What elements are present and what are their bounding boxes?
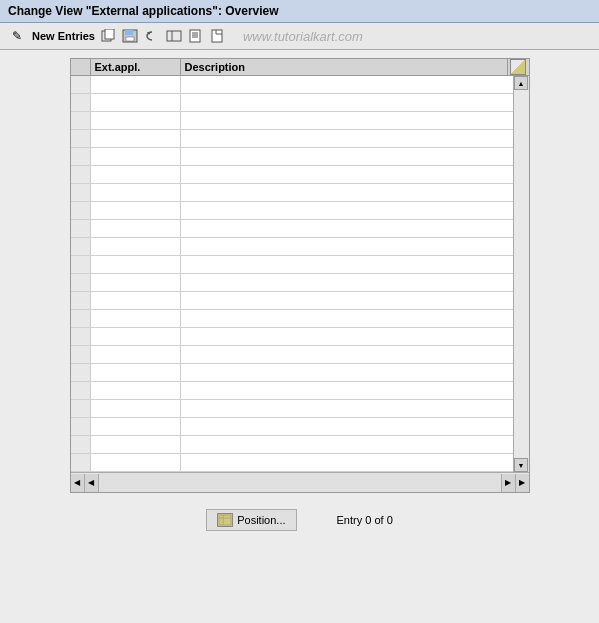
watermark-text: www.tutorialkart.com bbox=[243, 29, 363, 44]
table-row[interactable] bbox=[71, 292, 513, 310]
table-row[interactable] bbox=[71, 400, 513, 418]
table-row[interactable] bbox=[71, 130, 513, 148]
table-row[interactable] bbox=[71, 310, 513, 328]
scroll-up-button[interactable]: ▲ bbox=[514, 76, 528, 90]
doc1-icon[interactable] bbox=[187, 27, 205, 45]
position-icon bbox=[217, 513, 233, 527]
nav-icon[interactable] bbox=[165, 27, 183, 45]
table-row[interactable] bbox=[71, 202, 513, 220]
table-row[interactable] bbox=[71, 364, 513, 382]
table-row[interactable] bbox=[71, 328, 513, 346]
position-button-label: Position... bbox=[237, 514, 285, 526]
table-row[interactable] bbox=[71, 76, 513, 94]
table-row[interactable] bbox=[71, 454, 513, 472]
table-body bbox=[71, 76, 513, 472]
save-icon[interactable] bbox=[121, 27, 139, 45]
col-select-header bbox=[71, 59, 91, 75]
table-row[interactable] bbox=[71, 112, 513, 130]
scroll-down-button[interactable]: ▼ bbox=[514, 458, 528, 472]
scroll-right-end-button[interactable]: ▶ bbox=[515, 474, 529, 492]
svg-rect-8 bbox=[190, 30, 200, 42]
svg-rect-12 bbox=[212, 30, 222, 42]
footer-area: Position... Entry 0 of 0 bbox=[10, 493, 589, 531]
svg-rect-6 bbox=[167, 31, 181, 41]
edit-icon[interactable] bbox=[8, 27, 26, 45]
table-container: Ext.appl. Description bbox=[70, 58, 530, 493]
svg-rect-4 bbox=[126, 37, 134, 41]
position-button[interactable]: Position... bbox=[206, 509, 296, 531]
svg-rect-3 bbox=[125, 30, 133, 35]
table-row[interactable] bbox=[71, 274, 513, 292]
new-entries-button[interactable]: New Entries bbox=[32, 30, 95, 42]
scroll-right-button[interactable]: ▶ bbox=[501, 474, 515, 492]
main-content: Ext.appl. Description bbox=[0, 50, 599, 539]
table-row[interactable] bbox=[71, 256, 513, 274]
table-row[interactable] bbox=[71, 220, 513, 238]
scroll-left-start-button[interactable]: ◀ bbox=[71, 474, 85, 492]
doc2-icon[interactable] bbox=[209, 27, 227, 45]
table-row[interactable] bbox=[71, 184, 513, 202]
table-row[interactable] bbox=[71, 346, 513, 364]
table-row[interactable] bbox=[71, 382, 513, 400]
table-row[interactable] bbox=[71, 436, 513, 454]
table-header: Ext.appl. Description bbox=[71, 59, 529, 76]
svg-rect-13 bbox=[219, 515, 231, 525]
scroll-left-button[interactable]: ◀ bbox=[85, 474, 99, 492]
table-row[interactable] bbox=[71, 148, 513, 166]
table-row[interactable] bbox=[71, 94, 513, 112]
horizontal-scroll-track bbox=[99, 473, 501, 492]
svg-rect-1 bbox=[105, 29, 114, 39]
title-bar: Change View "External applications": Ove… bbox=[0, 0, 599, 23]
table-row[interactable] bbox=[71, 166, 513, 184]
toolbar: New Entries bbox=[0, 23, 599, 50]
vertical-scrollbar[interactable]: ▲ ▼ bbox=[513, 76, 529, 472]
entry-count-label: Entry 0 of 0 bbox=[337, 514, 393, 526]
grid-layout-icon[interactable] bbox=[510, 59, 526, 75]
page-title: Change View "External applications": Ove… bbox=[8, 4, 279, 18]
horizontal-scrollbar[interactable]: ◀ ◀ ▶ ▶ bbox=[71, 472, 529, 492]
copy-icon[interactable] bbox=[99, 27, 117, 45]
col-ext-header: Ext.appl. bbox=[91, 59, 181, 75]
table-body-area: ▲ ▼ bbox=[71, 76, 529, 472]
undo-icon[interactable] bbox=[143, 27, 161, 45]
table-row[interactable] bbox=[71, 418, 513, 436]
table-row[interactable] bbox=[71, 238, 513, 256]
col-desc-header: Description bbox=[181, 59, 507, 75]
